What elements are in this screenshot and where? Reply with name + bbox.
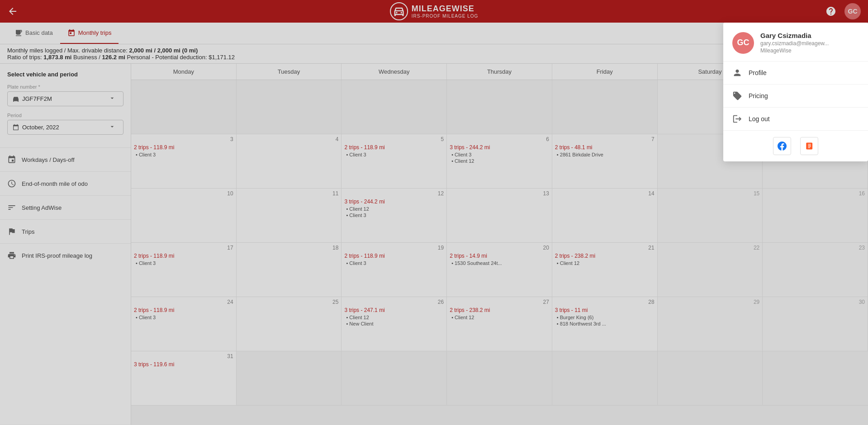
dropdown-item-pricing[interactable]: Pricing (723, 85, 868, 107)
profile-email: gary.csizmadia@mileagew... (760, 40, 829, 47)
dropdown-pricing-label: Pricing (749, 92, 768, 99)
dropdown-item-profile[interactable]: Profile (723, 61, 868, 84)
profile-company: MileageWise (760, 47, 829, 54)
profile-name: Gary Csizmadia (760, 32, 829, 39)
dropdown-logout-label: Log out (749, 115, 770, 123)
profile-info: Gary Csizmadia gary.csizmadia@mileagew..… (760, 32, 829, 54)
blogger-button[interactable] (800, 137, 818, 155)
facebook-button[interactable] (773, 137, 791, 155)
dropdown-profile-label: Profile (749, 69, 767, 76)
dropdown-item-logout[interactable]: Log out (723, 108, 868, 130)
profile-avatar-large: GC (732, 32, 754, 54)
profile-dropdown: GC Gary Csizmadia gary.csizmadia@mileage… (723, 23, 868, 161)
dropdown-social (723, 130, 868, 161)
profile-dropdown-header: GC Gary Csizmadia gary.csizmadia@mileage… (723, 23, 868, 61)
